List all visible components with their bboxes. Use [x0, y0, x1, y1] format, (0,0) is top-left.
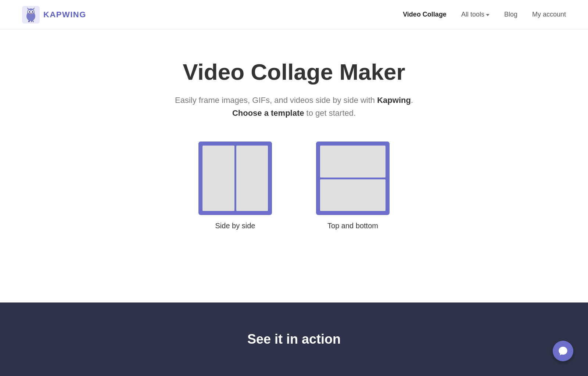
logo-icon: [22, 6, 40, 24]
page-title: Video Collage Maker: [183, 59, 405, 85]
footer-title: See it in action: [247, 332, 341, 347]
panel-left: [202, 146, 234, 211]
panel-bottom: [320, 179, 386, 211]
svg-point-7: [29, 11, 31, 12]
nav-my-account[interactable]: My account: [532, 11, 566, 18]
templates-row: Side by side Top and bottom: [198, 142, 390, 230]
chat-icon: [558, 346, 568, 356]
chat-button[interactable]: [553, 341, 573, 361]
main-nav: Video Collage All tools Blog My account: [403, 11, 566, 18]
nav-video-collage[interactable]: Video Collage: [403, 11, 447, 18]
subtitle: Easily frame images, GIFs, and videos si…: [175, 94, 413, 119]
main-section: Video Collage Maker Easily frame images,…: [0, 29, 588, 267]
logo-text: KAPWING: [43, 10, 86, 19]
top-bottom-label: Top and bottom: [327, 222, 378, 230]
top-bottom-preview: [316, 142, 390, 215]
nav-blog[interactable]: Blog: [504, 11, 517, 18]
side-by-side-label: Side by side: [215, 222, 255, 230]
footer-section: See it in action: [0, 302, 588, 376]
template-top-bottom[interactable]: Top and bottom: [316, 142, 390, 230]
svg-point-8: [32, 11, 33, 12]
header: KAPWING Video Collage All tools Blog My …: [0, 0, 588, 29]
chevron-down-icon: [486, 14, 490, 16]
panel-top: [320, 146, 386, 178]
panel-right: [236, 146, 268, 211]
page-wrapper: KAPWING Video Collage All tools Blog My …: [0, 0, 588, 376]
side-by-side-preview: [198, 142, 272, 215]
content-area: Video Collage Maker Easily frame images,…: [0, 29, 588, 302]
template-side-by-side[interactable]: Side by side: [198, 142, 272, 230]
nav-all-tools[interactable]: All tools: [461, 11, 490, 18]
logo[interactable]: KAPWING: [22, 6, 86, 24]
